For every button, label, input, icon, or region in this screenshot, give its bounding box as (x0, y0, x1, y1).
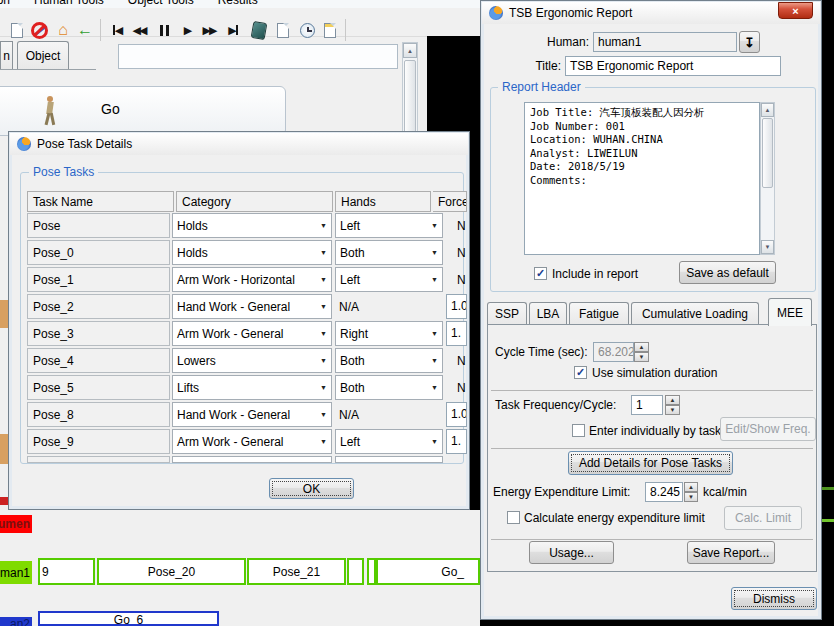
pause-icon[interactable] (153, 19, 175, 41)
task-frequency-stepper[interactable]: ▲ ▼ (665, 395, 680, 415)
task-bar[interactable]: Go_ (376, 558, 480, 585)
category-dropdown[interactable]: Lowers▼ (172, 348, 332, 373)
force-field[interactable]: 1. (446, 429, 467, 454)
hands-dropdown[interactable]: Left▼ (335, 267, 443, 292)
back-arrow-icon[interactable]: ← (74, 19, 96, 41)
go-panel[interactable]: Go (0, 86, 286, 136)
timeline-channel-label[interactable]: an2 (0, 617, 32, 626)
timeline-channel-label[interactable]: umen (0, 515, 32, 533)
energy-limit-stepper[interactable]: ▲ ▼ (684, 482, 698, 502)
menu-item-object-tools[interactable]: Object Tools (128, 0, 194, 7)
task-bar[interactable]: Pose_20 (97, 558, 246, 585)
task-name-field[interactable]: Pose (27, 213, 170, 238)
human-picker-button[interactable]: ↧ (739, 31, 760, 53)
play-icon[interactable]: ▶ (176, 19, 198, 41)
dialog-title-bar[interactable]: TSB Ergonomic Report (482, 2, 820, 24)
task-name-field[interactable]: Pose_0 (27, 240, 170, 265)
force-field[interactable]: 1.0 (446, 402, 467, 427)
category-dropdown[interactable]: Arm Work - General▼ (172, 429, 332, 454)
category-dropdown[interactable]: Lifts▼ (172, 375, 332, 400)
hands-dropdown[interactable]: Both▼ (335, 375, 443, 400)
rewind-icon[interactable]: ◀◀ (128, 19, 150, 41)
hands-dropdown[interactable]: Both▼ (335, 348, 443, 373)
scroll-up-icon[interactable]: ▲ (761, 103, 774, 117)
export-table-icon[interactable]: × (318, 19, 340, 41)
calculate-energy-limit-label[interactable]: Calculate energy expenditure limit (524, 508, 705, 528)
calculate-energy-limit-checkbox[interactable] (507, 511, 520, 524)
dismiss-button[interactable]: Dismiss (731, 587, 817, 610)
add-details-pose-tasks-button[interactable]: Add Details for Pose Tasks (568, 451, 733, 475)
spin-down-icon[interactable]: ▼ (634, 352, 649, 362)
home-icon[interactable]: ⌂ (52, 19, 74, 41)
edit-show-freq-button[interactable]: Edit/Show Freq. (720, 417, 816, 441)
include-in-report-checkbox[interactable]: ✓ (534, 267, 547, 280)
save-as-default-button[interactable]: Save as default (679, 261, 776, 284)
enter-individually-checkbox[interactable] (572, 424, 585, 437)
task-bar[interactable] (367, 558, 376, 585)
task-name-field[interactable]: Pose_1 (27, 267, 170, 292)
scrollbar-thumb[interactable] (404, 60, 416, 140)
task-bar[interactable]: 9 (38, 558, 95, 585)
task-bar[interactable]: Go_6 (38, 611, 219, 626)
category-dropdown[interactable]: Hand Work - General▼ (172, 294, 332, 319)
use-simulation-duration-label[interactable]: Use simulation duration (592, 363, 717, 383)
spin-down-icon[interactable]: ▼ (665, 405, 680, 415)
task-name-field[interactable]: Pose_2 (27, 294, 170, 319)
ok-button[interactable]: OK (269, 478, 354, 499)
hands-dropdown[interactable]: Both▼ (335, 240, 443, 265)
skip-to-end-icon[interactable]: ▶ (222, 19, 244, 41)
task-frequency-field[interactable]: 1 (631, 395, 663, 415)
task-name-field[interactable]: Pose_8 (27, 402, 170, 427)
category-dropdown[interactable]: Arm Work - General▼ (172, 321, 332, 346)
category-dropdown[interactable]: Arm Work - Horizontal▼ (172, 267, 332, 292)
go-button-label[interactable]: Go (101, 99, 120, 119)
use-simulation-duration-checkbox[interactable]: ✓ (574, 366, 587, 379)
task-name-field[interactable]: Pose_4 (27, 348, 170, 373)
hands-dropdown[interactable]: Left▼ (335, 429, 443, 454)
cycle-time-stepper[interactable]: ▲ ▼ (634, 342, 649, 362)
hands-dropdown[interactable]: Right▼ (335, 321, 443, 346)
tab-ssp[interactable]: SSP (487, 302, 527, 325)
task-name-field[interactable]: Pose_5 (27, 375, 170, 400)
scrollbar-thumb[interactable] (762, 118, 773, 188)
address-strip[interactable] (118, 44, 398, 69)
hands-dropdown[interactable]: Left▼ (335, 213, 443, 238)
tab-fatigue[interactable]: Fatigue (569, 302, 629, 325)
calc-limit-button[interactable]: Calc. Limit (724, 506, 802, 530)
no-entry-icon[interactable] (28, 19, 50, 41)
timeline-channel-label[interactable]: man1 (0, 561, 32, 584)
menu-item-results[interactable]: Results (218, 0, 258, 7)
category-dropdown[interactable]: Hand Work - General▼ (172, 402, 332, 427)
close-button[interactable]: × (778, 2, 813, 19)
tab-object[interactable]: Object (17, 41, 69, 69)
title-field[interactable]: TSB Ergonomic Report (565, 56, 781, 76)
film-icon[interactable] (248, 19, 270, 41)
spin-up-icon[interactable]: ▲ (684, 482, 698, 492)
spin-up-icon[interactable]: ▲ (634, 342, 649, 352)
task-name-field[interactable]: Pose_3 (27, 321, 170, 346)
tab-human-partial[interactable]: n (0, 41, 13, 69)
scroll-down-icon[interactable]: ▼ (761, 240, 774, 254)
task-bar[interactable]: Pose_21 (247, 558, 346, 585)
task-bar[interactable] (347, 558, 364, 585)
textarea-scrollbar[interactable]: ▲ ▼ (760, 102, 775, 255)
tab-lba[interactable]: LBA (529, 302, 567, 325)
spin-up-icon[interactable]: ▲ (665, 395, 680, 405)
scroll-up-icon[interactable]: ▲ (403, 43, 417, 58)
clock-icon[interactable] (296, 19, 318, 41)
new-document-icon[interactable] (6, 19, 28, 41)
energy-limit-field[interactable]: 8.245 (645, 482, 683, 502)
include-in-report-label[interactable]: Include in report (552, 264, 638, 284)
tab-mee[interactable]: MEE (768, 298, 812, 326)
task-name-field[interactable]: Pose_9 (27, 429, 170, 454)
document-down-icon[interactable]: ↓ (272, 19, 294, 41)
skip-to-start-icon[interactable]: ◀ (106, 19, 128, 41)
dialog-title-bar[interactable]: Pose Task Details (10, 133, 468, 155)
cycle-time-field[interactable]: 68.202 (593, 342, 634, 362)
menu-item-human-tools[interactable]: Human Tools (34, 0, 104, 7)
enter-individually-label[interactable]: Enter individually by task (589, 421, 721, 441)
view-scrollbar[interactable]: ▲ (402, 42, 418, 140)
category-dropdown[interactable]: Holds▼ (172, 213, 332, 238)
force-field[interactable]: 1.0 (446, 294, 467, 319)
category-dropdown[interactable]: Holds▼ (172, 240, 332, 265)
